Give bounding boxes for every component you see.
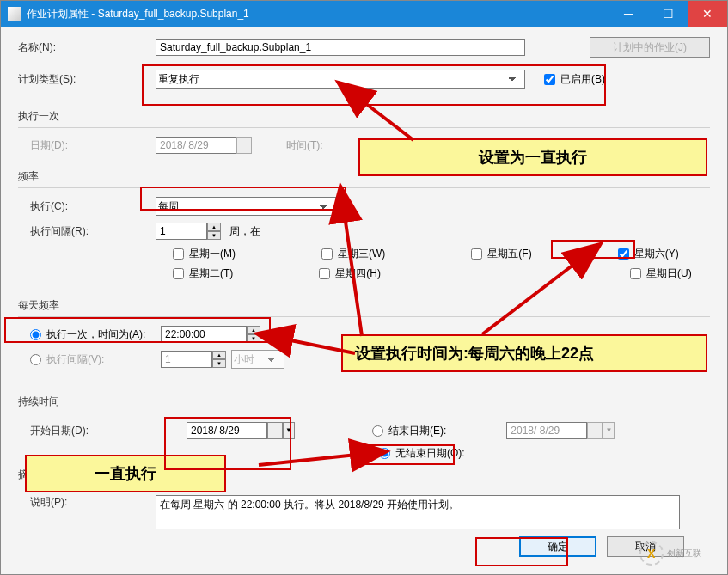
callout-time: 设置执行时间为:每周六的晚上22点 xyxy=(341,334,707,372)
recur-every-spinner[interactable]: ▲▼ xyxy=(156,223,221,240)
duration-section-title: 持续时间 xyxy=(18,395,710,409)
day-mon-checkbox[interactable]: 星期一(M) xyxy=(173,247,236,261)
daily-section-title: 每天频率 xyxy=(18,298,710,313)
ok-button[interactable]: 确定 xyxy=(519,536,596,557)
start-date-input[interactable] xyxy=(187,422,267,439)
name-input[interactable] xyxy=(156,39,525,56)
occurs-select[interactable]: 每周 xyxy=(156,197,336,216)
day-tue-checkbox[interactable]: 星期二(T) xyxy=(173,266,233,281)
occurs-every-input xyxy=(161,351,212,368)
day-thu-checkbox[interactable]: 星期四(H) xyxy=(319,266,381,281)
day-fri-checkbox[interactable]: 星期五(F) xyxy=(471,247,531,261)
calendar-icon[interactable] xyxy=(267,422,283,439)
recur-unit-label: 周，在 xyxy=(229,224,260,239)
start-date-label: 开始日期(D): xyxy=(18,424,187,438)
spin-up-icon[interactable]: ▲ xyxy=(207,223,221,231)
occurs-every-spinner: ▲▼ xyxy=(161,351,226,368)
close-button[interactable]: ✕ xyxy=(688,1,727,27)
occurs-label: 执行(C): xyxy=(18,199,156,214)
day-sun-checkbox[interactable]: 星期日(U) xyxy=(630,266,692,281)
occurs-once-radio[interactable]: 执行一次，时间为(A): xyxy=(18,327,161,342)
schedule-type-label: 计划类型(S): xyxy=(18,72,156,87)
no-end-date-radio[interactable]: 无结束日期(O): xyxy=(379,446,465,461)
day-sat-checkbox[interactable]: 星期六(Y) xyxy=(618,247,679,261)
spin-down-icon[interactable]: ▼ xyxy=(207,231,221,240)
spin-down-icon: ▼ xyxy=(212,359,226,368)
maximize-button[interactable]: ☐ xyxy=(648,1,688,27)
onetime-time-label: 时间(T): xyxy=(286,138,355,153)
onetime-date-input xyxy=(156,137,236,154)
dropdown-icon[interactable]: ▼ xyxy=(283,422,295,439)
jobs-in-schedule-button[interactable]: 计划中的作业(J) xyxy=(590,37,710,58)
callout-noend: 一直执行 xyxy=(25,455,226,492)
desc-label: 说明(P): xyxy=(18,495,156,510)
titlebar: 作业计划属性 - Saturday_full_backup.Subplan_1 … xyxy=(1,1,727,27)
recur-label: 执行间隔(R): xyxy=(18,224,156,239)
spin-up-icon[interactable]: ▲ xyxy=(247,326,260,334)
desc-textarea[interactable]: 在每周 星期六 的 22:00:00 执行。将从 2018/8/29 开始使用计… xyxy=(156,495,680,529)
schedule-type-select[interactable]: 重复执行 xyxy=(156,70,525,89)
end-date-radio[interactable]: 结束日期(E): xyxy=(372,424,446,438)
onetime-date-label: 日期(D): xyxy=(18,138,156,153)
occurs-once-time-spinner[interactable]: ▲▼ xyxy=(161,326,260,343)
end-date-input xyxy=(506,422,587,439)
spin-up-icon: ▲ xyxy=(212,351,226,359)
occurs-every-unit-select: 小时 xyxy=(231,350,284,369)
minimize-button[interactable]: ─ xyxy=(609,1,648,27)
enabled-checkbox[interactable]: 已启用(B) xyxy=(544,72,605,87)
occurs-once-time-input[interactable] xyxy=(161,326,247,343)
watermark: 创新互联 xyxy=(619,538,722,569)
day-wed-checkbox[interactable]: 星期三(W) xyxy=(321,247,385,261)
dropdown-icon: ▼ xyxy=(603,422,615,439)
onetime-section-title: 执行一次 xyxy=(18,109,710,124)
dialog-content: 名称(N): 计划中的作业(J) 计划类型(S): 重复执行 已启用(B) 执行… xyxy=(1,27,727,574)
occurs-every-radio[interactable]: 执行间隔(V): xyxy=(18,352,161,367)
calendar-icon xyxy=(236,137,252,154)
calendar-icon xyxy=(587,422,603,439)
enabled-label: 已启用(B) xyxy=(560,72,605,87)
spin-down-icon[interactable]: ▼ xyxy=(247,334,260,343)
window-title: 作业计划属性 - Saturday_full_backup.Subplan_1 xyxy=(27,7,609,21)
name-label: 名称(N): xyxy=(18,40,156,55)
recur-every-input[interactable] xyxy=(156,223,207,240)
app-icon xyxy=(8,7,21,21)
enabled-check-input[interactable] xyxy=(544,74,555,85)
callout-always: 设置为一直执行 xyxy=(358,138,707,176)
